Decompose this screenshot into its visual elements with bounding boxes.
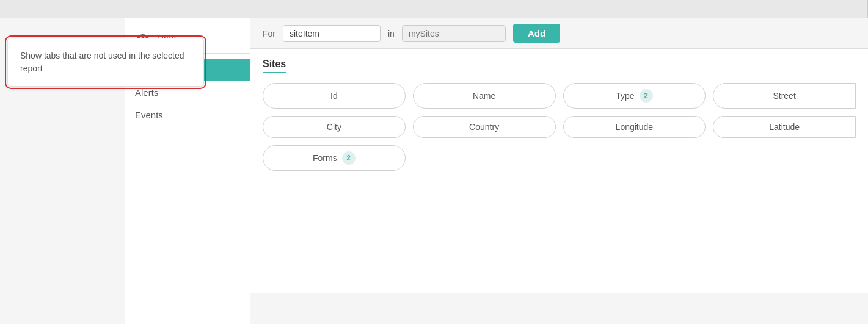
for-row: For in Add [250, 18, 868, 49]
field-latitude[interactable]: Latitude [713, 116, 856, 138]
field-forms-badge: 2 [342, 151, 356, 165]
field-id[interactable]: Id [263, 83, 406, 109]
add-button[interactable]: Add [513, 24, 560, 43]
field-type-badge: 2 [640, 89, 653, 103]
field-type[interactable]: Type 2 [563, 83, 706, 109]
section-title-row: Sites [263, 59, 856, 73]
top-col-1 [0, 0, 73, 18]
for-label: For [263, 29, 275, 38]
top-bar [0, 0, 868, 18]
top-col-4 [250, 0, 868, 18]
main-layout: Show tabs that are not used in the selec… [0, 18, 868, 324]
field-country[interactable]: Country [413, 116, 556, 138]
field-city[interactable]: City [263, 116, 406, 138]
top-col-3 [125, 0, 250, 18]
content-area: For in Add Sites Id Name Type [250, 18, 868, 324]
tooltip-text: Show tabs that are not used in the selec… [20, 51, 184, 73]
for-input[interactable] [283, 25, 381, 42]
field-longitude[interactable]: Longitude [563, 116, 706, 138]
tooltip-popup: Show tabs that are not used in the selec… [7, 38, 204, 87]
in-input[interactable] [402, 25, 506, 42]
field-forms[interactable]: Forms 2 [263, 145, 406, 171]
fields-grid: Id Name Type 2 Street City Country [263, 83, 856, 171]
field-street[interactable]: Street [713, 83, 856, 109]
sites-section: Sites Id Name Type 2 Street [250, 49, 868, 293]
field-name[interactable]: Name [413, 83, 556, 109]
in-label: in [388, 29, 395, 38]
nav-item-events[interactable]: Events [125, 104, 250, 126]
section-title: Sites [263, 59, 286, 73]
left-panel-2: Show tabs that are not used in the selec… [73, 18, 125, 324]
top-col-2 [73, 0, 125, 18]
